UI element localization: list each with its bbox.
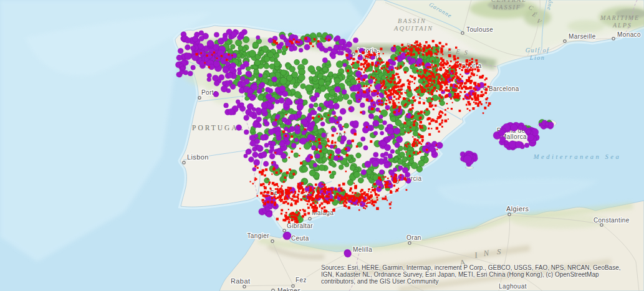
data-point-red[interactable] [377,194,378,196]
data-point-red[interactable] [439,123,441,125]
data-point-green[interactable] [314,103,318,107]
data-point-red[interactable] [476,62,478,65]
data-point-red[interactable] [309,185,310,186]
data-point-purple[interactable] [318,182,324,188]
data-point-red[interactable] [377,96,378,97]
data-point-red[interactable] [472,92,474,95]
data-point-purple[interactable] [185,45,191,50]
data-point-red[interactable] [400,92,403,95]
data-point-red[interactable] [324,184,326,186]
data-point-red[interactable] [385,103,386,104]
data-point-green[interactable] [300,83,305,88]
data-point-red[interactable] [260,183,263,186]
data-point-red[interactable] [291,219,294,221]
data-point-red[interactable] [368,198,370,199]
data-point-purple[interactable] [261,102,267,108]
data-point-red[interactable] [441,120,443,122]
data-point-red[interactable] [327,201,330,204]
data-point-red[interactable] [393,45,396,47]
data-point-red[interactable] [266,192,268,194]
data-point-red[interactable] [316,197,319,199]
data-point-red[interactable] [331,190,332,191]
data-point-red[interactable] [430,55,432,57]
data-point-red[interactable] [459,110,461,112]
data-point-red[interactable] [412,143,415,145]
data-point-red[interactable] [399,106,401,108]
data-point-red[interactable] [411,117,413,119]
data-point-red[interactable] [403,63,405,64]
data-point-red[interactable] [393,91,395,93]
data-point-red[interactable] [453,96,456,99]
data-point-red[interactable] [387,79,389,81]
data-point-red[interactable] [254,179,256,181]
data-point-red[interactable] [262,202,264,204]
data-point-red[interactable] [327,138,329,140]
data-point-purple[interactable] [276,131,281,136]
data-point-red[interactable] [213,52,215,54]
data-point-red[interactable] [352,140,354,142]
data-point-purple[interactable] [338,124,342,128]
data-point-red[interactable] [466,97,468,99]
data-point-red[interactable] [337,122,339,123]
data-point-red[interactable] [456,81,457,82]
data-point-red[interactable] [431,76,433,78]
data-point-purple[interactable] [302,119,307,125]
data-point-green[interactable] [347,179,353,186]
data-point-red[interactable] [398,188,399,189]
data-point-red[interactable] [309,199,310,201]
data-point-purple[interactable] [271,148,274,151]
data-point-red[interactable] [350,203,352,204]
data-point-red[interactable] [421,139,424,141]
data-point-red[interactable] [431,49,433,50]
data-point-purple[interactable] [307,134,313,140]
data-point-red[interactable] [375,193,377,196]
data-point-red[interactable] [461,69,463,71]
data-point-red[interactable] [271,197,274,199]
data-point-red[interactable] [409,155,411,157]
data-point-red[interactable] [445,113,446,115]
data-point-red[interactable] [291,198,294,201]
data-point-purple[interactable] [343,44,347,49]
data-point-purple[interactable] [335,148,342,155]
data-point-green[interactable] [334,78,340,84]
data-point-red[interactable] [359,198,362,200]
data-point-purple[interactable] [388,154,393,159]
data-point-red[interactable] [445,71,446,73]
data-point-red[interactable] [418,44,421,47]
data-point-purple[interactable] [215,56,221,62]
data-point-red[interactable] [417,47,418,49]
data-point-red[interactable] [461,87,463,90]
data-point-red[interactable] [377,199,378,201]
data-point-red[interactable] [331,141,334,144]
data-point-red[interactable] [359,202,360,203]
data-point-red[interactable] [406,80,408,82]
data-point-red[interactable] [372,187,373,188]
data-point-red[interactable] [280,169,282,172]
data-point-red[interactable] [468,71,469,72]
data-point-red[interactable] [406,146,408,148]
data-point-red[interactable] [474,90,476,92]
data-point-red[interactable] [386,70,387,71]
data-point-purple[interactable] [222,81,226,85]
data-point-red[interactable] [446,103,448,105]
data-point-purple[interactable] [256,117,261,122]
data-point-red[interactable] [421,88,424,90]
data-point-red[interactable] [276,188,278,190]
data-point-red[interactable] [432,40,435,42]
data-point-red[interactable] [265,202,266,203]
data-point-purple[interactable] [185,53,191,60]
data-point-red[interactable] [348,206,350,209]
data-point-red[interactable] [267,179,268,180]
data-point-green[interactable] [418,79,423,83]
data-point-purple[interactable] [272,77,277,82]
data-point-red[interactable] [380,62,383,64]
data-point-red[interactable] [436,145,437,146]
data-point-red[interactable] [257,167,259,169]
data-point-red[interactable] [415,64,417,67]
data-point-red[interactable] [414,89,416,91]
data-point-red[interactable] [403,83,405,85]
data-point-red[interactable] [395,87,397,88]
data-point-red[interactable] [388,186,390,188]
data-point-red[interactable] [429,118,431,120]
data-point-purple[interactable] [395,143,400,148]
